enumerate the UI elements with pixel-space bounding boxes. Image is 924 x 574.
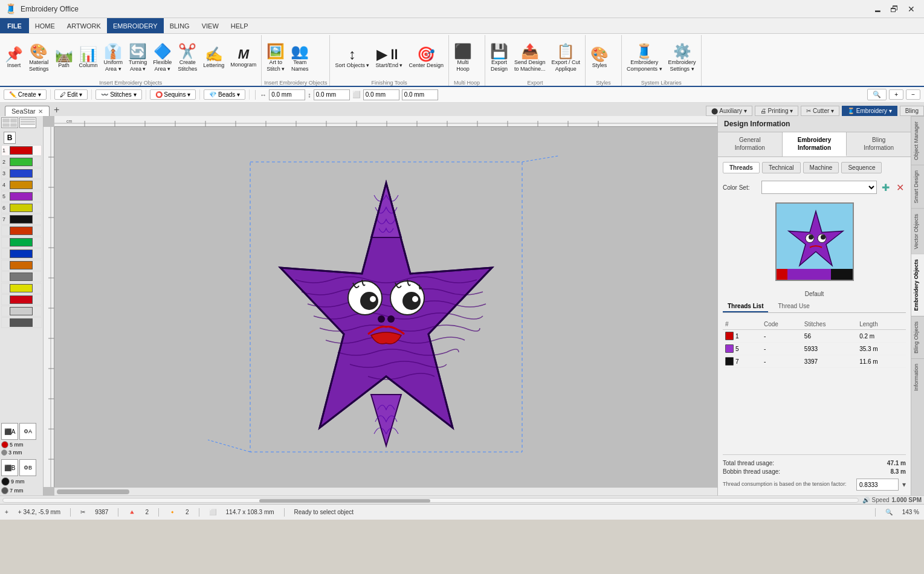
- ribbon-btn-monogram[interactable]: MMonogram: [228, 46, 259, 69]
- ribbon-btn-embroidery-components[interactable]: 🧵EmbroideryComponents ▾: [624, 42, 665, 74]
- sequins-dropdown[interactable]: ⭕ Sequins ▾: [150, 89, 196, 100]
- ribbon-btn-send-design[interactable]: 📤Send Designto Machine...: [512, 42, 548, 74]
- color-row-16[interactable]: [1, 317, 42, 328]
- list-view-btn[interactable]: [19, 117, 36, 128]
- close-button[interactable]: ✕: [903, 3, 919, 15]
- hscrollbar[interactable]: [54, 487, 717, 495]
- ribbon-btn-create-stitches[interactable]: ✂️CreateStitches: [175, 42, 199, 74]
- coord-x-input[interactable]: [269, 89, 305, 100]
- ribbon-btn-uniform[interactable]: 👔UniformArea ▾: [102, 42, 126, 74]
- hscroll-thumb[interactable]: [57, 489, 129, 494]
- tab-bling[interactable]: Bling: [900, 106, 924, 116]
- hscrollbar-global[interactable]: 🔊 Speed 1.000 SPM: [0, 495, 924, 504]
- tension-dropdown-icon[interactable]: ▾: [902, 480, 906, 489]
- sr-tab-vector-objects[interactable]: Vector Objects: [911, 208, 924, 254]
- zoom-btn[interactable]: 🔍: [867, 89, 887, 100]
- thread-row-7[interactable]: 7 - 3397 11.6 m: [723, 355, 906, 368]
- thread-thumbnail[interactable]: [775, 202, 854, 281]
- di-tab-embroidery[interactable]: EmbroideryInformation: [783, 132, 847, 156]
- tab-printing[interactable]: 🖨 Printing ▾: [755, 106, 798, 116]
- color-set-add-btn[interactable]: ✚: [879, 181, 891, 193]
- settings-icon-btn[interactable]: ⚙A: [19, 423, 36, 440]
- sr-tab-embroidery-objects[interactable]: Embroidery Objects: [911, 254, 924, 316]
- ribbon-btn-styles[interactable]: 🎨Styles: [588, 45, 611, 70]
- tab-seastar[interactable]: SeaStar ✕: [5, 106, 50, 116]
- color-row-14[interactable]: [1, 294, 42, 305]
- subtab-machine[interactable]: Machine: [803, 162, 839, 173]
- color-row-5[interactable]: 5: [1, 191, 42, 202]
- color-row-4[interactable]: 4: [1, 179, 42, 190]
- ribbon-btn-export[interactable]: 💾ExportDesign: [488, 42, 511, 74]
- settings-icon-btn-2[interactable]: ⚙B: [19, 459, 36, 476]
- stitch-preview-btn-2[interactable]: ⬛B: [1, 459, 18, 476]
- menu-file[interactable]: FILE: [0, 18, 29, 33]
- tension-input[interactable]: [856, 479, 899, 491]
- menu-artwork[interactable]: ARTWORK: [61, 18, 107, 33]
- color-row-15[interactable]: [1, 306, 42, 317]
- menu-embroidery[interactable]: EMBROIDERY: [107, 18, 164, 33]
- ribbon-btn-art-stitch[interactable]: 🖼️Art toStitch ▾: [264, 42, 287, 74]
- subtab-threads[interactable]: Threads: [723, 162, 760, 173]
- hscrollbar-thumb[interactable]: [259, 499, 430, 503]
- zoom-out-btn[interactable]: −: [906, 89, 920, 100]
- beads-dropdown[interactable]: 💎 Beads ▾: [204, 89, 245, 100]
- grid-view-btn[interactable]: [1, 117, 18, 128]
- tab-close[interactable]: ✕: [38, 108, 43, 115]
- sr-tab-information[interactable]: Information: [911, 358, 924, 396]
- ribbon-btn-center-design[interactable]: 🎯Center Design: [406, 45, 446, 70]
- ribbon-btn-insert[interactable]: 📌Insert: [2, 45, 25, 70]
- b-badge[interactable]: B: [4, 132, 16, 144]
- di-tab-general[interactable]: GeneralInformation: [718, 132, 783, 156]
- menu-view[interactable]: VIEW: [196, 18, 225, 33]
- sr-tab-object-manager[interactable]: Object Manager: [911, 116, 924, 165]
- subtab-technical[interactable]: Technical: [762, 162, 801, 173]
- subtab-sequence[interactable]: Sequence: [841, 162, 882, 173]
- sr-tab-bling-objects[interactable]: Bling Objects: [911, 316, 924, 358]
- zoom-in-btn[interactable]: +: [889, 89, 903, 100]
- coord-w-input[interactable]: [363, 89, 399, 100]
- ribbon-btn-flexible[interactable]: 🔷FlexibleArea ▾: [150, 42, 174, 74]
- ribbon-btn-export-cut[interactable]: 📋Export / CutApplique: [549, 42, 583, 74]
- color-row-9[interactable]: [1, 237, 42, 248]
- ribbon-btn-sort-objects[interactable]: ↕️Sort Objects ▾: [332, 45, 372, 70]
- color-row-10[interactable]: [1, 248, 42, 259]
- tl-tab-thread-use[interactable]: Thread Use: [773, 301, 814, 312]
- create-dropdown[interactable]: ✏️ Create ▾: [4, 89, 47, 100]
- ribbon-btn-turning[interactable]: 🔄TurningArea ▾: [126, 42, 149, 74]
- ribbon-btn-embroidery-settings[interactable]: ⚙️EmbroiderySettings ▾: [666, 42, 699, 74]
- edit-dropdown[interactable]: 🖊 Edit ▾: [54, 89, 88, 100]
- color-row-3[interactable]: 3: [1, 168, 42, 179]
- color-row-13[interactable]: [1, 283, 42, 294]
- ribbon-btn-path[interactable]: 🛤️Path: [53, 45, 76, 70]
- stitches-dropdown[interactable]: 〰️ Stitches ▾: [95, 89, 141, 100]
- tab-cutter[interactable]: ✂ Cutter ▾: [801, 106, 839, 116]
- minimize-button[interactable]: 🗕: [870, 3, 885, 15]
- thread-row-1[interactable]: 1 - 56 0.2 m: [723, 330, 906, 343]
- color-row-8[interactable]: [1, 225, 42, 236]
- coord-y-input[interactable]: [314, 89, 350, 100]
- canvas-main[interactable]: [54, 127, 717, 487]
- stitch-preview-btn[interactable]: ⬛A: [1, 423, 18, 440]
- ribbon-btn-team-names[interactable]: 👥TeamNames: [288, 42, 311, 74]
- ribbon-btn-start-end[interactable]: ▶⏸Start/End ▾: [373, 45, 405, 70]
- color-row-7[interactable]: 7: [1, 214, 42, 225]
- sr-tab-smart-design[interactable]: Smart Design: [911, 165, 924, 208]
- menu-help[interactable]: HELP: [225, 18, 254, 33]
- window-controls[interactable]: 🗕 🗗 ✕: [870, 3, 919, 15]
- color-row-11[interactable]: [1, 260, 42, 271]
- menu-home[interactable]: HOME: [29, 18, 61, 33]
- new-tab-btn[interactable]: +: [51, 104, 63, 116]
- ribbon-btn-multi-hoop[interactable]: ⬛MultiHoop: [451, 42, 474, 74]
- tab-auxiliary[interactable]: ⬤ Auxiliary ▾: [706, 106, 752, 116]
- thread-row-5[interactable]: 5 - 5933 35.3 m: [723, 343, 906, 355]
- di-tab-bling[interactable]: BlingInformation: [847, 132, 911, 156]
- color-row-12[interactable]: [1, 271, 42, 282]
- color-set-delete-btn[interactable]: ✕: [894, 181, 906, 193]
- color-set-select[interactable]: [761, 181, 877, 194]
- tab-embroidery-active[interactable]: 🧵 Embroidery ▾: [842, 106, 897, 116]
- tl-tab-threads-list[interactable]: Threads List: [723, 301, 768, 312]
- hscrollbar-track[interactable]: [2, 498, 859, 503]
- coord-h-input[interactable]: [402, 89, 438, 100]
- color-row-6[interactable]: 6: [1, 202, 42, 213]
- color-row-1[interactable]: 1: [1, 145, 42, 156]
